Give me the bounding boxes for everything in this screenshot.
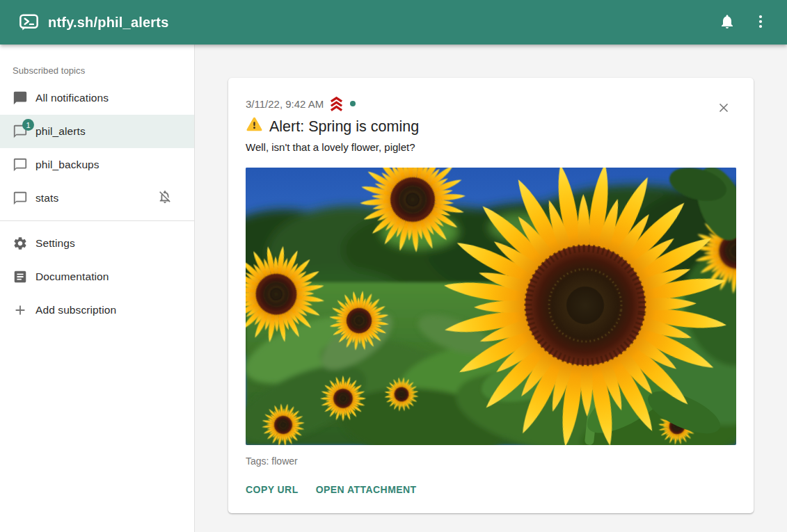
sidebar-item-phil-backups[interactable]: phil_backups: [0, 148, 194, 182]
notification-meta: 3/11/22, 9:42 AM: [246, 97, 736, 110]
sidebar-item-label: Settings: [35, 237, 75, 250]
ntfy-logo-icon: [19, 14, 38, 31]
plus-icon: [12, 302, 29, 319]
main-content: 3/11/22, 9:42 AM Alert: Spring is coming: [195, 45, 787, 532]
copy-url-button[interactable]: COPY URL: [246, 480, 299, 499]
sidebar: Subscribed topics All notifications 1 ph…: [0, 45, 195, 532]
sidebar-item-phil-alerts[interactable]: 1 phil_alerts: [0, 115, 194, 148]
sidebar-item-label: Documentation: [35, 271, 109, 283]
attachment-image-sunflower-photo[interactable]: [246, 168, 736, 445]
sidebar-item-add-subscription[interactable]: Add subscription: [0, 293, 194, 327]
sidebar-item-settings[interactable]: Settings: [0, 227, 194, 260]
card-actions: COPY URL OPEN ATTACHMENT: [246, 480, 736, 499]
notifications-bell-button[interactable]: [712, 7, 742, 38]
open-attachment-button[interactable]: OPEN ATTACHMENT: [316, 480, 417, 499]
subscribed-topics-label: Subscribed topics: [0, 45, 194, 81]
close-icon: [716, 100, 731, 118]
page-title: ntfy.sh/phil_alerts: [48, 15, 168, 31]
notification-body: Well, isn't that a lovely flower, piglet…: [246, 140, 736, 154]
sidebar-item-label: phil_alerts: [35, 125, 86, 138]
timestamp: 3/11/22, 9:42 AM: [246, 98, 324, 110]
chat-bubble-outline-icon: [12, 190, 29, 207]
priority-max-icon: [328, 97, 344, 111]
chat-bubble-outline-icon: [12, 156, 29, 173]
sidebar-divider: [0, 220, 194, 221]
sidebar-item-label: Add subscription: [35, 304, 116, 316]
sidebar-item-stats[interactable]: stats: [0, 182, 194, 215]
sidebar-item-documentation[interactable]: Documentation: [0, 260, 194, 293]
chat-bubble-filled-icon: [12, 90, 29, 106]
sidebar-item-label: stats: [35, 192, 58, 204]
sidebar-item-label: phil_backups: [35, 159, 100, 171]
unread-dot-icon: [350, 101, 356, 106]
gear-icon: [12, 235, 29, 252]
sidebar-item-label: All notifications: [35, 92, 109, 104]
article-icon: [12, 268, 29, 285]
overflow-menu-button[interactable]: [745, 7, 776, 38]
notification-title: Alert: Spring is coming: [269, 118, 419, 136]
tags-label: Tags: flower: [246, 456, 736, 467]
kebab-menu-icon: [752, 13, 769, 32]
sidebar-item-all-notifications[interactable]: All notifications: [0, 81, 194, 115]
notification-card: 3/11/22, 9:42 AM Alert: Spring is coming: [228, 78, 754, 513]
unread-count-badge: 1: [22, 119, 34, 131]
bell-icon: [719, 13, 736, 32]
warning-icon: [246, 116, 263, 137]
bell-off-icon: [157, 189, 173, 207]
close-notification-button[interactable]: [713, 97, 735, 120]
notification-title-row: Alert: Spring is coming: [246, 116, 736, 137]
chat-bubble-outline-icon: 1: [12, 123, 29, 140]
app-bar: ntfy.sh/phil_alerts: [0, 0, 787, 45]
